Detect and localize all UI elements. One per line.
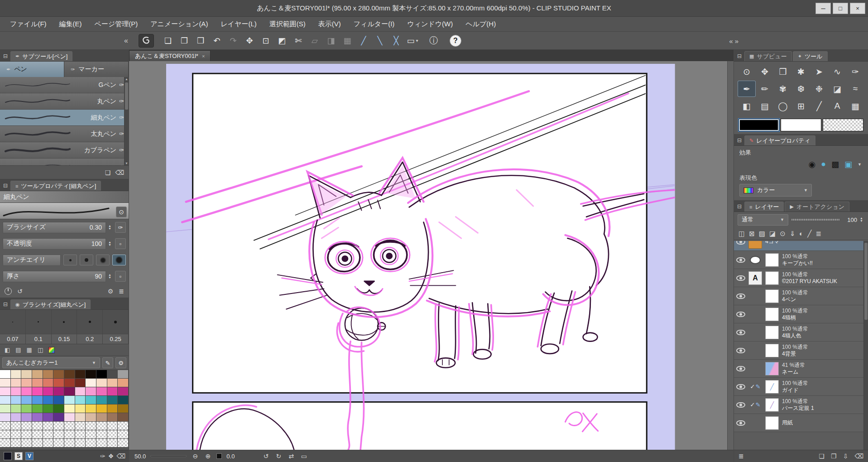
new-layer-icon[interactable]: ❏ — [819, 452, 825, 460]
palette-swatch[interactable] — [21, 439, 32, 448]
layer-visibility-icon[interactable] — [736, 366, 745, 371]
menu-item[interactable]: ウィンドウ(W) — [401, 17, 459, 31]
open-file-button[interactable]: ❐ — [177, 34, 192, 48]
palette-swatch[interactable] — [53, 379, 64, 387]
palette-swatch[interactable] — [86, 379, 96, 387]
palette-swatch[interactable] — [75, 379, 86, 387]
fill-tool[interactable]: ◧ — [738, 98, 756, 114]
palette-swatch[interactable] — [107, 396, 118, 404]
operation-tool[interactable]: ➤ — [810, 63, 828, 80]
saturation-tab[interactable]: S — [14, 452, 23, 460]
chevron-down-icon[interactable]: ▼ — [858, 162, 862, 167]
layer-visibility-icon[interactable] — [736, 257, 745, 263]
brush-size-preset[interactable]: 0.07 — [0, 310, 26, 344]
palette-swatch[interactable] — [86, 404, 96, 413]
layer-row[interactable]: 100 %通常 パース定規 1 — [734, 396, 863, 414]
zoom-out-icon[interactable]: ⊖ — [191, 452, 199, 460]
gradient-tool[interactable]: ▤ — [756, 98, 774, 114]
palette-swatch[interactable] — [32, 404, 43, 413]
eyedropper-icon[interactable]: ✑ — [100, 452, 106, 460]
antialias-weak-button[interactable] — [80, 255, 93, 265]
color-set-pane-icon[interactable]: ◫ — [38, 346, 43, 353]
sub-color-swatch[interactable] — [781, 119, 821, 131]
palette-swatch[interactable] — [11, 387, 22, 396]
brush-tool[interactable]: ✾ — [774, 81, 792, 97]
palette-swatch[interactable] — [0, 404, 11, 413]
palette-swatch[interactable] — [64, 430, 75, 439]
palette-swatch[interactable] — [53, 439, 64, 448]
transfer-layer-icon[interactable]: ⇩ — [843, 452, 848, 460]
layer-visibility-icon[interactable] — [736, 275, 745, 281]
snap-special-ruler-button[interactable]: ╲ — [372, 34, 388, 48]
layer-visibility-icon[interactable] — [736, 330, 745, 335]
line-correction-tool[interactable]: ∿ — [828, 63, 846, 80]
palette-swatch[interactable] — [43, 387, 54, 396]
palette-swatch[interactable] — [32, 396, 43, 404]
panel-menu-icon[interactable]: ⊟ — [736, 53, 743, 61]
palette-swatch[interactable] — [118, 439, 129, 448]
palette-swatch[interactable] — [118, 430, 129, 439]
palette-swatch[interactable] — [96, 413, 107, 422]
transparent-color-swatch[interactable] — [823, 119, 863, 131]
palette-swatch[interactable] — [96, 387, 107, 396]
blend-mode-dropdown[interactable]: 通常 ▼ — [738, 214, 788, 226]
layer-visibility-icon[interactable] — [736, 348, 745, 353]
current-color-chip[interactable] — [4, 452, 12, 460]
palette-swatch[interactable] — [64, 379, 75, 387]
layer-row[interactable]: 41 %通常 ネーム — [734, 360, 863, 378]
palette-swatch[interactable] — [0, 387, 11, 396]
palette-swatch[interactable] — [96, 430, 107, 439]
auto-select-tool[interactable]: ✱ — [792, 63, 810, 80]
palette-swatch[interactable] — [96, 422, 107, 430]
undo-button[interactable]: ↶ — [209, 34, 225, 48]
help-icon[interactable]: ? — [450, 35, 461, 47]
palette-swatch[interactable] — [107, 387, 118, 396]
palette-swatch[interactable] — [11, 396, 22, 404]
palette-swatch[interactable] — [53, 430, 64, 439]
delete-layer-icon[interactable]: ⌫ — [854, 452, 863, 460]
figure-tool[interactable]: ◯ — [774, 98, 792, 114]
subtool-group-tab[interactable]: ✒ ペン — [0, 62, 64, 77]
palette-swatch[interactable] — [107, 430, 118, 439]
rotate-cw-icon[interactable]: ↻ — [274, 452, 283, 460]
rotate-ccw-icon[interactable]: ↺ — [262, 452, 270, 460]
menu-item[interactable]: ファイル(F) — [4, 17, 53, 31]
palette-swatch[interactable] — [21, 387, 32, 396]
layer-row[interactable]: 100 %通常 ©2017 RYU AKATSUK — [734, 269, 863, 287]
palette-swatch[interactable] — [11, 439, 22, 448]
menu-item[interactable]: 編集(E) — [53, 17, 88, 31]
panel-tab[interactable]: ▦ サブビュー — [744, 51, 792, 61]
layer-row[interactable]: 4コマ — [734, 241, 863, 251]
delete-subtool-icon[interactable]: ⌫ — [115, 169, 124, 176]
palette-swatch[interactable] — [64, 404, 75, 413]
palette-swatch[interactable] — [86, 413, 96, 422]
panel-menu-icon[interactable]: ⊟ — [2, 301, 9, 309]
lock-layer-icon[interactable]: ⊠ — [749, 230, 755, 238]
collapse-left-panel-icon[interactable]: « — [121, 37, 131, 45]
palette-swatch[interactable] — [86, 430, 96, 439]
layer-color-icon[interactable]: ▣ — [844, 159, 852, 169]
palette-swatch[interactable] — [0, 422, 11, 430]
palette-swatch[interactable] — [64, 413, 75, 422]
copy-subtool-icon[interactable]: ❏ — [105, 169, 111, 176]
blend-tool[interactable]: ≈ — [846, 81, 864, 97]
opacity-dynamics-icon[interactable]: ▫ — [115, 238, 126, 249]
layer-visibility-icon[interactable] — [736, 294, 745, 299]
layer-list-scrollbar[interactable] — [863, 241, 868, 450]
menu-item[interactable]: レイヤー(L) — [214, 17, 263, 31]
layer-panel-tab[interactable]: ▶ オートアクション — [785, 202, 849, 212]
ruler-range-icon[interactable]: ╱ — [807, 230, 811, 238]
canvas-viewport[interactable] — [129, 61, 727, 450]
redo-button[interactable]: ↷ — [225, 34, 241, 48]
brush-size-preset[interactable]: 0.1 — [26, 310, 52, 344]
palette-swatch[interactable] — [21, 422, 32, 430]
layer-visibility-icon[interactable] — [736, 384, 745, 390]
palette-swatch[interactable] — [53, 396, 64, 404]
palette-icon[interactable]: ❖ — [108, 452, 114, 460]
palette-swatch[interactable] — [75, 396, 86, 404]
value-tab[interactable]: V — [25, 452, 34, 460]
palette-swatch[interactable] — [32, 413, 43, 422]
palette-swatch[interactable] — [32, 439, 43, 448]
reset-view-icon[interactable]: ▭ — [300, 452, 308, 460]
palette-swatch[interactable] — [32, 430, 43, 439]
